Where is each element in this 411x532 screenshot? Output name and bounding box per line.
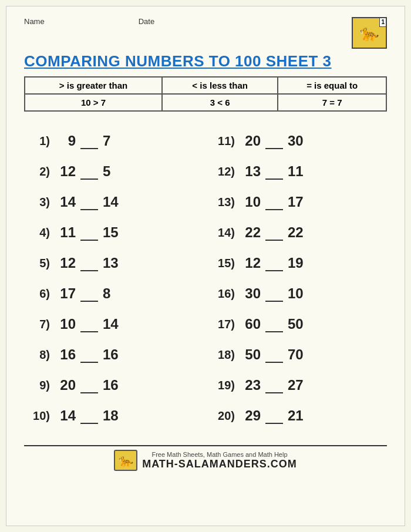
problem-number: 10): [24, 409, 50, 423]
problem-n1: 22: [240, 224, 261, 241]
problem-n1: 16: [55, 346, 76, 363]
problem-blank[interactable]: [80, 255, 98, 271]
problem-row: 7) 10 14: [24, 309, 206, 339]
problem-blank[interactable]: [265, 224, 283, 241]
footer-tagline: Free Math Sheets, Math Games and Math He…: [142, 451, 297, 458]
problem-number: 5): [24, 257, 50, 270]
problem-n2: 70: [288, 346, 309, 363]
problem-n1: 12: [240, 255, 261, 271]
problem-number: 1): [24, 134, 50, 148]
problem-blank[interactable]: [265, 255, 283, 271]
problem-n1: 10: [55, 316, 76, 332]
legend-equal-header: = is equal to: [278, 77, 386, 94]
problem-number: 11): [206, 134, 235, 148]
problem-row: 6) 17 8: [24, 278, 206, 309]
problem-blank[interactable]: [265, 133, 283, 149]
problem-n1: 23: [240, 377, 261, 393]
problem-n2: 13: [103, 255, 124, 271]
problem-n1: 29: [240, 408, 261, 424]
problem-blank[interactable]: [80, 316, 98, 332]
problem-row: 8) 16 16: [24, 339, 206, 370]
problem-blank[interactable]: [80, 224, 98, 241]
problem-n2: 15: [103, 224, 124, 241]
problems-area: 1) 9 7 11) 20 30 2) 12 5 12) 13 11 3) 14…: [24, 126, 387, 431]
problem-row: 20) 29 21: [206, 400, 387, 431]
top-bar: Name Date 🐆 1: [24, 17, 387, 49]
problem-n1: 30: [240, 285, 261, 302]
problem-row: 10) 14 18: [24, 400, 206, 431]
problem-row: 16) 30 10: [206, 278, 387, 309]
problem-number: 6): [24, 287, 50, 301]
problem-number: 9): [24, 379, 50, 392]
problem-number: 18): [206, 348, 235, 362]
problem-n1: 9: [55, 133, 76, 149]
problem-n2: 18: [103, 408, 124, 424]
problem-n2: 11: [288, 163, 309, 180]
problem-n1: 20: [240, 133, 261, 149]
problem-number: 12): [206, 165, 235, 179]
problem-number: 8): [24, 348, 50, 362]
problem-n2: 14: [103, 316, 124, 332]
problem-blank[interactable]: [265, 408, 283, 424]
problem-blank[interactable]: [80, 346, 98, 363]
problem-blank[interactable]: [265, 316, 283, 332]
problem-n2: 7: [103, 133, 124, 149]
problem-n2: 16: [103, 377, 124, 393]
problem-n2: 17: [288, 194, 309, 210]
problem-n2: 5: [103, 163, 124, 180]
problem-number: 17): [206, 318, 235, 331]
problem-blank[interactable]: [265, 377, 283, 393]
name-label: Name: [24, 17, 45, 26]
problem-n2: 22: [288, 224, 309, 241]
problem-number: 2): [24, 165, 50, 179]
problem-row: 12) 13 11: [206, 156, 387, 187]
problem-n2: 10: [288, 285, 309, 302]
problem-number: 3): [24, 196, 50, 209]
legend-table: > is greater than < is less than = is eq…: [24, 76, 387, 112]
problem-n1: 10: [240, 194, 261, 210]
problem-blank[interactable]: [265, 346, 283, 363]
legend-greater-example: 10 > 7: [25, 94, 162, 111]
problem-blank[interactable]: [80, 194, 98, 210]
problem-n1: 13: [240, 163, 261, 180]
problem-blank[interactable]: [80, 133, 98, 149]
problem-number: 20): [206, 409, 235, 423]
badge-box: 🐆 1: [352, 17, 387, 49]
problem-blank[interactable]: [80, 377, 98, 393]
legend-less-example: 3 < 6: [162, 94, 278, 111]
problem-number: 13): [206, 196, 235, 209]
problem-n2: 19: [288, 255, 309, 271]
footer-cheetah-icon: 🐆: [114, 450, 137, 471]
problem-n2: 50: [288, 316, 309, 332]
problem-row: 9) 20 16: [24, 370, 206, 400]
worksheet-page: Name Date 🐆 1 COMPARING NUMBERS TO 100 S…: [6, 6, 405, 526]
problem-row: 15) 12 19: [206, 248, 387, 278]
problem-row: 11) 20 30: [206, 126, 387, 156]
problem-n1: 14: [55, 194, 76, 210]
problem-n1: 17: [55, 285, 76, 302]
problem-n1: 14: [55, 408, 76, 424]
legend-equal-example: 7 = 7: [278, 94, 386, 111]
problem-blank[interactable]: [80, 285, 98, 302]
problem-blank[interactable]: [80, 408, 98, 424]
problem-n2: 16: [103, 346, 124, 363]
problem-n1: 20: [55, 377, 76, 393]
problem-blank[interactable]: [265, 285, 283, 302]
problem-row: 13) 10 17: [206, 187, 387, 217]
problem-blank[interactable]: [80, 163, 98, 180]
problem-row: 2) 12 5: [24, 156, 206, 187]
problem-n1: 50: [240, 346, 261, 363]
problem-row: 14) 22 22: [206, 217, 387, 248]
badge-number: 1: [379, 18, 386, 27]
problem-n1: 12: [55, 255, 76, 271]
problem-row: 18) 50 70: [206, 339, 387, 370]
problem-row: 4) 11 15: [24, 217, 206, 248]
problem-blank[interactable]: [265, 194, 283, 210]
problem-n2: 21: [288, 408, 309, 424]
problem-blank[interactable]: [265, 163, 283, 180]
problem-n1: 60: [240, 316, 261, 332]
problem-row: 1) 9 7: [24, 126, 206, 156]
problem-n1: 11: [55, 224, 76, 241]
legend-greater-header: > is greater than: [25, 77, 162, 94]
problem-n2: 14: [103, 194, 124, 210]
